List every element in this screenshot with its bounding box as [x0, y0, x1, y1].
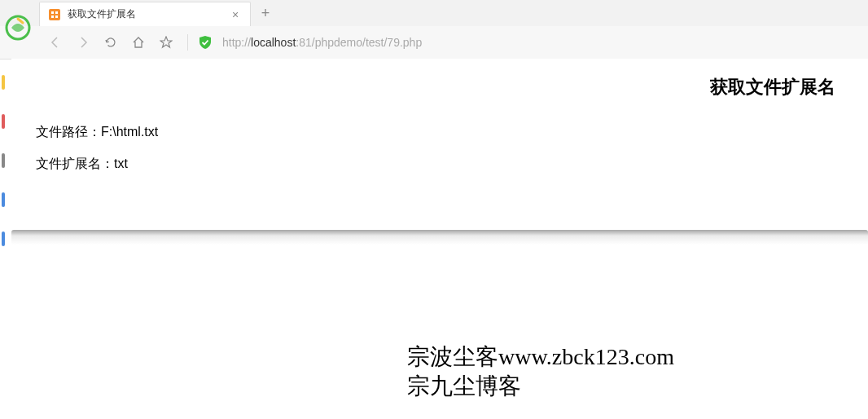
tab-title: 获取文件扩展名	[68, 7, 222, 21]
watermark: 宗波尘客www.zbck123.com 宗九尘博客	[407, 342, 674, 402]
chevron-left-icon	[49, 36, 62, 49]
svg-rect-4	[51, 15, 54, 18]
sidebar-hints	[0, 59, 10, 246]
svg-rect-2	[51, 11, 54, 14]
home-button[interactable]	[127, 31, 150, 54]
browser-tab[interactable]: 获取文件扩展名 ×	[39, 2, 251, 26]
back-button[interactable]	[44, 31, 67, 54]
forward-button[interactable]	[72, 31, 94, 54]
home-icon	[132, 36, 145, 49]
file-ext-label: 文件扩展名：	[36, 157, 114, 170]
chevron-right-icon	[77, 36, 90, 49]
tab-bar: 获取文件扩展名 × +	[0, 0, 868, 26]
security-shield-icon[interactable]	[198, 35, 213, 50]
svg-rect-5	[55, 15, 58, 18]
file-path-value: F:\html.txt	[101, 125, 158, 139]
browser-chrome: 获取文件扩展名 × + http://localhost:81/phpdemo/…	[0, 0, 868, 60]
watermark-line2: 宗九尘博客	[407, 372, 674, 401]
page-title: 获取文件扩展名	[36, 75, 844, 99]
page-content: 获取文件扩展名 文件路径：F:\html.txt 文件扩展名：txt	[11, 59, 868, 204]
star-icon	[160, 36, 173, 49]
url-path: :81/phpdemo/test/79.php	[296, 36, 422, 49]
url-prefix: http://	[222, 36, 251, 49]
tab-close-icon[interactable]: ×	[229, 8, 242, 21]
browser-logo-icon	[5, 15, 31, 41]
address-bar[interactable]: http://localhost:81/phpdemo/test/79.php	[217, 33, 861, 52]
content-shadow	[11, 230, 868, 245]
reload-button[interactable]	[99, 31, 122, 54]
new-tab-button[interactable]: +	[254, 2, 277, 24]
svg-rect-3	[55, 11, 58, 14]
page-viewport: 获取文件扩展名 文件路径：F:\html.txt 文件扩展名：txt	[11, 59, 868, 204]
file-ext-value: txt	[114, 157, 128, 170]
svg-rect-1	[49, 9, 60, 20]
file-path-line: 文件路径：F:\html.txt	[36, 124, 844, 141]
toolbar: http://localhost:81/phpdemo/test/79.php	[0, 26, 868, 59]
file-path-label: 文件路径：	[36, 125, 101, 139]
favorite-button[interactable]	[155, 31, 178, 54]
reload-icon	[104, 36, 117, 49]
tab-favicon-icon	[48, 8, 61, 21]
watermark-line1: 宗波尘客www.zbck123.com	[407, 342, 674, 372]
file-ext-line: 文件扩展名：txt	[36, 156, 844, 173]
toolbar-divider	[187, 34, 188, 51]
url-host: localhost	[251, 36, 296, 49]
